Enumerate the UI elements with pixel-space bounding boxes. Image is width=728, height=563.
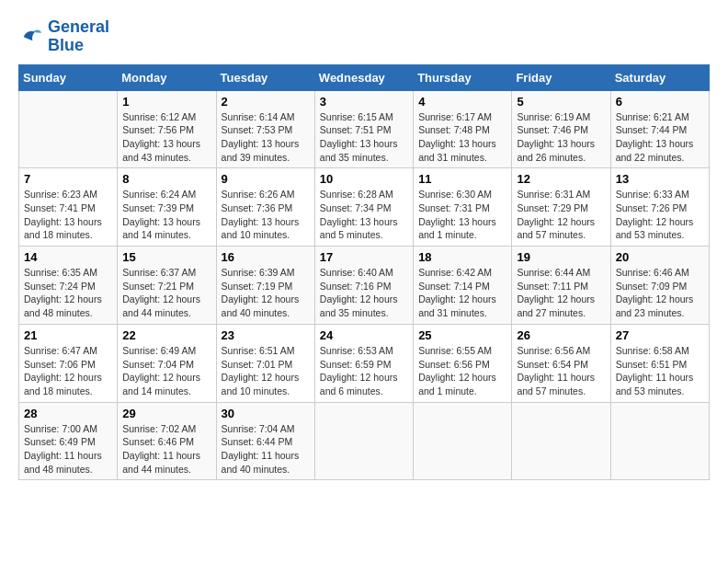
calendar-header-row: SundayMondayTuesdayWednesdayThursdayFrid… bbox=[19, 64, 710, 90]
day-cell: 12Sunrise: 6:31 AMSunset: 7:29 PMDayligh… bbox=[512, 168, 610, 247]
day-cell: 19Sunrise: 6:44 AMSunset: 7:11 PMDayligh… bbox=[512, 247, 610, 325]
week-row-3: 14Sunrise: 6:35 AMSunset: 7:24 PMDayligh… bbox=[19, 247, 710, 325]
day-number: 9 bbox=[222, 172, 310, 186]
day-number: 2 bbox=[222, 95, 310, 109]
day-cell: 21Sunrise: 6:47 AMSunset: 7:06 PMDayligh… bbox=[19, 324, 118, 402]
day-cell: 7Sunrise: 6:23 AMSunset: 7:41 PMDaylight… bbox=[19, 168, 118, 247]
day-number: 26 bbox=[517, 328, 605, 342]
day-cell bbox=[512, 402, 610, 480]
day-number: 3 bbox=[320, 95, 408, 109]
day-info: Sunrise: 6:44 AMSunset: 7:11 PMDaylight:… bbox=[517, 266, 605, 320]
day-cell bbox=[314, 402, 413, 480]
day-info: Sunrise: 6:47 AMSunset: 7:06 PMDaylight:… bbox=[24, 344, 112, 398]
day-number: 27 bbox=[616, 328, 704, 342]
day-number: 30 bbox=[222, 407, 310, 420]
day-cell: 22Sunrise: 6:49 AMSunset: 7:04 PMDayligh… bbox=[118, 324, 216, 402]
week-row-2: 7Sunrise: 6:23 AMSunset: 7:41 PMDaylight… bbox=[19, 168, 710, 247]
header-sunday: Sunday bbox=[19, 64, 118, 90]
calendar-table: SundayMondayTuesdayWednesdayThursdayFrid… bbox=[18, 64, 710, 481]
day-info: Sunrise: 6:51 AMSunset: 7:01 PMDaylight:… bbox=[222, 344, 310, 398]
day-info: Sunrise: 6:28 AMSunset: 7:34 PMDaylight:… bbox=[320, 188, 408, 242]
day-info: Sunrise: 6:21 AMSunset: 7:44 PMDaylight:… bbox=[616, 110, 704, 165]
day-number: 8 bbox=[122, 172, 210, 186]
day-cell bbox=[19, 90, 118, 168]
day-info: Sunrise: 6:14 AMSunset: 7:53 PMDaylight:… bbox=[222, 110, 310, 165]
header-tuesday: Tuesday bbox=[216, 64, 314, 90]
day-cell: 29Sunrise: 7:02 AMSunset: 6:46 PMDayligh… bbox=[118, 402, 216, 480]
header-thursday: Thursday bbox=[414, 64, 512, 90]
day-cell: 1Sunrise: 6:12 AMSunset: 7:56 PMDaylight… bbox=[118, 90, 216, 168]
day-info: Sunrise: 6:12 AMSunset: 7:56 PMDaylight:… bbox=[122, 110, 210, 165]
day-info: Sunrise: 6:24 AMSunset: 7:39 PMDaylight:… bbox=[122, 188, 210, 242]
day-number: 29 bbox=[122, 407, 210, 420]
day-number: 17 bbox=[320, 250, 408, 264]
day-info: Sunrise: 6:37 AMSunset: 7:21 PMDaylight:… bbox=[122, 266, 210, 320]
day-number: 10 bbox=[320, 172, 408, 186]
header-saturday: Saturday bbox=[610, 64, 709, 90]
day-cell: 11Sunrise: 6:30 AMSunset: 7:31 PMDayligh… bbox=[414, 168, 512, 247]
day-cell: 15Sunrise: 6:37 AMSunset: 7:21 PMDayligh… bbox=[118, 247, 216, 325]
header-monday: Monday bbox=[118, 64, 216, 90]
day-info: Sunrise: 6:15 AMSunset: 7:51 PMDaylight:… bbox=[320, 110, 408, 165]
day-info: Sunrise: 6:17 AMSunset: 7:48 PMDaylight:… bbox=[418, 110, 506, 165]
day-number: 21 bbox=[24, 328, 112, 342]
day-number: 23 bbox=[222, 328, 310, 342]
day-cell bbox=[414, 402, 512, 480]
day-cell: 18Sunrise: 6:42 AMSunset: 7:14 PMDayligh… bbox=[414, 247, 512, 325]
day-info: Sunrise: 6:56 AMSunset: 6:54 PMDaylight:… bbox=[517, 344, 605, 398]
day-cell: 5Sunrise: 6:19 AMSunset: 7:46 PMDaylight… bbox=[512, 90, 610, 168]
day-number: 28 bbox=[24, 407, 112, 420]
day-cell: 10Sunrise: 6:28 AMSunset: 7:34 PMDayligh… bbox=[314, 168, 413, 247]
logo: GeneralBlue bbox=[18, 18, 109, 55]
day-number: 11 bbox=[418, 172, 506, 186]
day-info: Sunrise: 6:53 AMSunset: 6:59 PMDaylight:… bbox=[320, 344, 408, 398]
logo-icon bbox=[18, 24, 44, 50]
header-friday: Friday bbox=[512, 64, 610, 90]
day-info: Sunrise: 7:04 AMSunset: 6:44 PMDaylight:… bbox=[222, 422, 310, 477]
day-info: Sunrise: 6:58 AMSunset: 6:51 PMDaylight:… bbox=[616, 344, 704, 398]
day-info: Sunrise: 6:19 AMSunset: 7:46 PMDaylight:… bbox=[517, 110, 605, 165]
day-cell: 2Sunrise: 6:14 AMSunset: 7:53 PMDaylight… bbox=[216, 90, 314, 168]
day-number: 16 bbox=[222, 250, 310, 264]
day-number: 14 bbox=[24, 250, 112, 264]
day-info: Sunrise: 6:49 AMSunset: 7:04 PMDaylight:… bbox=[122, 344, 210, 398]
page-header: GeneralBlue bbox=[18, 18, 710, 55]
header-wednesday: Wednesday bbox=[314, 64, 413, 90]
day-info: Sunrise: 6:39 AMSunset: 7:19 PMDaylight:… bbox=[222, 266, 310, 320]
day-number: 5 bbox=[517, 95, 605, 109]
day-number: 4 bbox=[418, 95, 506, 109]
day-cell: 25Sunrise: 6:55 AMSunset: 6:56 PMDayligh… bbox=[414, 324, 512, 402]
day-cell: 20Sunrise: 6:46 AMSunset: 7:09 PMDayligh… bbox=[610, 247, 709, 325]
day-cell: 16Sunrise: 6:39 AMSunset: 7:19 PMDayligh… bbox=[216, 247, 314, 325]
day-cell: 30Sunrise: 7:04 AMSunset: 6:44 PMDayligh… bbox=[216, 402, 314, 480]
day-info: Sunrise: 6:42 AMSunset: 7:14 PMDaylight:… bbox=[418, 266, 506, 320]
day-info: Sunrise: 6:33 AMSunset: 7:26 PMDaylight:… bbox=[616, 188, 704, 242]
day-number: 22 bbox=[122, 328, 210, 342]
day-number: 19 bbox=[517, 250, 605, 264]
day-info: Sunrise: 7:00 AMSunset: 6:49 PMDaylight:… bbox=[24, 422, 112, 477]
day-number: 15 bbox=[122, 250, 210, 264]
day-cell: 4Sunrise: 6:17 AMSunset: 7:48 PMDaylight… bbox=[414, 90, 512, 168]
day-info: Sunrise: 6:31 AMSunset: 7:29 PMDaylight:… bbox=[517, 188, 605, 242]
day-cell: 23Sunrise: 6:51 AMSunset: 7:01 PMDayligh… bbox=[216, 324, 314, 402]
day-cell: 24Sunrise: 6:53 AMSunset: 6:59 PMDayligh… bbox=[314, 324, 413, 402]
day-cell: 28Sunrise: 7:00 AMSunset: 6:49 PMDayligh… bbox=[19, 402, 118, 480]
day-cell: 17Sunrise: 6:40 AMSunset: 7:16 PMDayligh… bbox=[314, 247, 413, 325]
day-info: Sunrise: 6:26 AMSunset: 7:36 PMDaylight:… bbox=[222, 188, 310, 242]
day-number: 6 bbox=[616, 95, 704, 109]
day-cell: 27Sunrise: 6:58 AMSunset: 6:51 PMDayligh… bbox=[610, 324, 709, 402]
day-info: Sunrise: 6:40 AMSunset: 7:16 PMDaylight:… bbox=[320, 266, 408, 320]
week-row-5: 28Sunrise: 7:00 AMSunset: 6:49 PMDayligh… bbox=[19, 402, 710, 480]
day-number: 1 bbox=[122, 95, 210, 109]
week-row-1: 1Sunrise: 6:12 AMSunset: 7:56 PMDaylight… bbox=[19, 90, 710, 168]
day-info: Sunrise: 7:02 AMSunset: 6:46 PMDaylight:… bbox=[122, 422, 210, 477]
day-number: 12 bbox=[517, 172, 605, 186]
day-number: 7 bbox=[24, 172, 112, 186]
day-cell: 26Sunrise: 6:56 AMSunset: 6:54 PMDayligh… bbox=[512, 324, 610, 402]
logo-text: GeneralBlue bbox=[48, 18, 109, 55]
day-number: 18 bbox=[418, 250, 506, 264]
day-cell bbox=[610, 402, 709, 480]
day-cell: 3Sunrise: 6:15 AMSunset: 7:51 PMDaylight… bbox=[314, 90, 413, 168]
day-info: Sunrise: 6:23 AMSunset: 7:41 PMDaylight:… bbox=[24, 188, 112, 242]
day-number: 13 bbox=[616, 172, 704, 186]
